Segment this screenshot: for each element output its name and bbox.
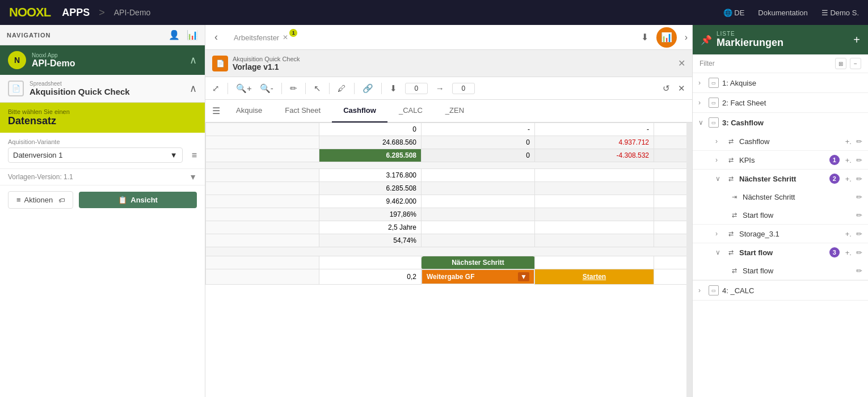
sektionen-add-button[interactable]: + (853, 33, 860, 47)
cursor-icon[interactable]: ↖ (314, 83, 321, 94)
start-flow-edit-icon[interactable]: ✏ (856, 248, 862, 257)
globe-icon[interactable]: 🌐 DE (723, 9, 745, 17)
sheet-tab-menu-icon[interactable]: ☰ (212, 105, 220, 116)
sheet-tabs: ☰ Akquise Fact Sheet Cashflow _CALC _ZEN (205, 100, 692, 123)
zoom-out-icon[interactable]: 🔍- (260, 83, 273, 94)
cell-empty (535, 182, 654, 195)
table-row: 2,5 Jahre (206, 221, 693, 234)
version-section: Vorlagen-Version: 1.1 ▼ (0, 169, 205, 185)
cashflow-add-action[interactable]: +. (845, 137, 852, 146)
actions-button[interactable]: ≡ Aktionen 🏷 (8, 191, 73, 209)
cell-naechster-schritt[interactable]: Nächster Schritt (422, 256, 535, 269)
cell-value: 0 (319, 123, 422, 136)
naechster-add-action[interactable]: +. (845, 175, 852, 183)
sheet-tab-calc[interactable]: _CALC (387, 100, 434, 123)
cell-value: - (422, 123, 535, 136)
close-toolbar-icon[interactable]: ✕ (678, 83, 685, 94)
kpis-child-row: › ⇄ KPIs 1 +. ✏ (710, 151, 868, 169)
sheet-tab-factsheet[interactable]: Fact Sheet (273, 100, 332, 123)
doc-title-small: Akquisition Quick Check (233, 56, 300, 62)
kpis-edit-icon[interactable]: ✏ (856, 156, 862, 164)
sektionen-header: 📌 Liste Markierungen + (693, 25, 868, 54)
zoom-in-icon[interactable]: 🔍+ (236, 83, 252, 94)
pencil-icon[interactable]: 🖊 (338, 83, 346, 93)
version-chevron-icon[interactable]: ▼ (189, 172, 197, 181)
tab-forward-icon[interactable]: › (685, 32, 688, 43)
start-flow-icon: ⇄ (726, 247, 736, 257)
section-2-row[interactable]: › ▭ 2: Fact Sheet (693, 93, 868, 112)
cashflow-edit-icon[interactable]: ✏ (856, 137, 862, 146)
move-down-icon[interactable]: ⬇ (390, 83, 397, 94)
start-flow-add-action[interactable]: +. (845, 248, 852, 257)
hamburger-icon[interactable]: ≡ (192, 150, 197, 161)
arbeitsfenster-tab[interactable]: Arbeitsfenster 1 ✕ (222, 25, 300, 50)
sidebar-person-icon[interactable]: 👤 (168, 29, 180, 40)
start-flow-sub-edit-1[interactable]: ✏ (856, 211, 862, 219)
naechster-edit-icon[interactable]: ✏ (856, 175, 862, 183)
start-flow-child-edit[interactable]: ✏ (856, 267, 862, 275)
section-4-calc: › ▭ 4: _CALC (693, 281, 868, 301)
app-icon: N (8, 51, 26, 69)
start-flow-actions: +. ✏ (845, 248, 862, 257)
table-row (206, 162, 693, 169)
sidebar-chart-icon[interactable]: 📊 (187, 29, 198, 40)
kpis-flow-icon: ⇄ (726, 155, 736, 165)
start-flow-row: ∨ ⇄ Start flow 3 +. ✏ (710, 243, 868, 261)
arbeitsfenster-close-icon[interactable]: ✕ (283, 33, 288, 41)
sheet-tab-cashflow[interactable]: Cashflow (332, 100, 387, 123)
sektionen-title-small: Liste (717, 31, 783, 37)
doc-close-icon[interactable]: ✕ (678, 58, 685, 69)
edit-icon[interactable]: ✏ (290, 83, 297, 94)
app-title: API-Demo (32, 58, 75, 69)
docs-link[interactable]: Dokumentation (758, 9, 807, 17)
expand-icon[interactable]: ⤢ (212, 83, 220, 94)
logo-nooxl: NOOXL (9, 5, 50, 20)
link-icon[interactable]: 🔗 (363, 83, 373, 94)
sheet-tab-zen[interactable]: _ZEN (434, 100, 475, 123)
app-info: Nooxl App API-Demo (32, 52, 75, 69)
coord-x[interactable]: 0 (405, 83, 428, 94)
cell-empty (535, 195, 654, 208)
section-1-akquise: › ▭ 1: Akquise (693, 73, 868, 93)
sheet-tab-akquise[interactable]: Akquise (225, 100, 273, 123)
menu-button[interactable]: ☰ Demo S. (821, 9, 859, 17)
orange-action-button[interactable]: 📊 (656, 27, 677, 48)
spreadsheet-collapse-chevron[interactable]: ∧ (189, 82, 197, 95)
storage-add-action[interactable]: +. (845, 230, 852, 238)
section-4-row[interactable]: › ▭ 4: _CALC (693, 281, 868, 300)
coord-y[interactable]: 0 (452, 83, 475, 94)
table-row: 0 - - (206, 123, 693, 136)
section-1-row[interactable]: › ▭ 1: Akquise (693, 73, 868, 92)
cell-value: 4.937.712 (535, 136, 654, 149)
toolbar-sep-2 (281, 83, 282, 94)
filter-grid-icon[interactable]: ⊞ (835, 58, 846, 69)
cell-value: 0 (422, 136, 535, 149)
actions-menu-icon: ≡ (16, 196, 21, 204)
section-3-row[interactable]: ∨ ▭ 3: Cashflow (693, 113, 868, 132)
ansicht-button[interactable]: 📋 Ansicht (79, 192, 197, 208)
refresh-icon[interactable]: ↺ (663, 83, 670, 94)
tab-back-button[interactable]: ‹ (210, 31, 222, 43)
cell-starten[interactable]: Starten (535, 269, 654, 285)
download-icon[interactable]: ⬇ (641, 32, 648, 43)
cell-label (206, 136, 319, 149)
kpis-label: KPIs (739, 156, 826, 164)
app-collapse-chevron[interactable]: ∧ (189, 54, 197, 66)
naechster-sub-edit[interactable]: ✏ (856, 193, 862, 201)
section-1-page-icon: ▭ (709, 78, 719, 88)
variant-select[interactable]: Datenversion 1 ▼ (8, 147, 183, 163)
spreadsheet-section: 📄 Spreadsheet Akquisition Quick Check ∧ (0, 75, 205, 103)
kpis-actions: +. ✏ (845, 156, 862, 164)
sektionen-title-info: Liste Markierungen (717, 31, 783, 49)
dataset-section: Bitte wählen Sie einen Datensatz (0, 103, 205, 133)
kpis-badge: 1 (829, 155, 840, 165)
storage-row: › ⇄ Storage_3.1 +. ✏ (710, 225, 868, 243)
storage-edit-icon[interactable]: ✏ (856, 230, 862, 238)
table-row: 6.285.508 0 -4.308.532 (206, 149, 693, 162)
filter-minus-icon[interactable]: − (850, 58, 861, 69)
table-row-bottom: 0,2 Weitergabe GF ▼ Starten 0,8 (206, 269, 693, 285)
cashflow-child-chevron: › (715, 137, 722, 145)
cell-empty (535, 234, 654, 247)
kpis-add-action[interactable]: +. (845, 156, 852, 164)
cell-weitergabe[interactable]: Weitergabe GF ▼ (422, 269, 534, 284)
